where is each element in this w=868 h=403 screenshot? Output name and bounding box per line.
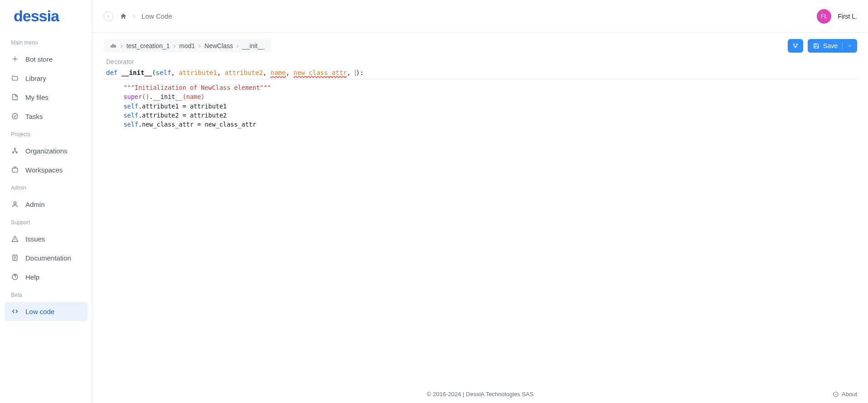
document-icon [11,254,19,262]
code-docstring: """Initialization of NewClass element""" [123,84,271,91]
arg-self: self [156,69,171,76]
warning-icon [11,235,19,243]
footer: © 2016-2024 | DessiA Technologies SAS Ab… [93,385,868,403]
sidebar-item-help[interactable]: Help [0,267,92,286]
sidebar-item-label: Low code [25,308,54,315]
sidebar-item-documentation[interactable]: Documentation [0,248,92,267]
sidebar-item-label: Organizations [25,147,68,155]
text-cursor [355,70,356,76]
arg-warn: new_class_attr [293,69,347,76]
breadcrumb-item[interactable]: __init__ [242,42,264,49]
sidebar-item-label: Admin [25,201,45,208]
svg-point-0 [15,59,16,60]
breadcrumb-item[interactable]: test_creation_1 [127,42,170,49]
chevron-right-icon [132,14,137,19]
sidebar-item-bot-store[interactable]: Bot store [0,49,92,69]
sidebar-item-organizations[interactable]: Organizations [0,141,92,160]
sidebar-item-issues[interactable]: Issues [0,229,92,248]
sidebar-item-admin[interactable]: Admin [0,195,92,214]
avatar[interactable]: FL [817,9,831,24]
svg-point-1 [12,113,18,119]
about-link[interactable]: About [833,391,857,398]
sidebar-section-projects: Projects [0,126,92,141]
svg-point-6 [14,202,16,204]
organization-icon [11,147,19,155]
svg-point-9 [793,44,794,44]
code-icon [11,307,19,315]
about-label: About [842,391,857,398]
header: Low Code FL First L. [93,0,868,33]
sidebar-item-label: Issues [25,235,45,243]
back-button[interactable] [103,11,113,21]
footer-copyright: © 2016-2024 | DessiA Technologies SAS [427,391,533,398]
sidebar-item-library[interactable]: Library [0,69,92,88]
user-icon [11,200,19,208]
chevron-down-icon [847,43,853,49]
code-token: super [123,93,142,100]
sidebar-item-my-files[interactable]: My files [0,88,92,107]
logo: dessia [0,7,92,34]
folder-icon [11,74,19,82]
toolbar: › test_creation_1 › mod1 › NewClass › __… [93,33,868,53]
sidebar-section-main: Main menu [0,34,92,49]
sidebar-item-label: My files [25,93,49,101]
code-token: (name) [182,93,205,100]
sidebar-section-support: Support [0,214,92,229]
sidebar-item-label: Library [25,74,46,82]
fork-button[interactable] [788,39,803,53]
chevron-right-icon: › [237,42,239,49]
code-token: self [123,103,138,110]
sidebar: dessia Main menu Bot store Library My fi… [0,0,93,403]
function-name: __init__ [122,69,152,76]
info-icon [833,391,839,398]
chevron-right-icon: › [121,42,123,49]
arg: attribute1 [179,69,217,76]
fork-icon [792,43,799,49]
home-icon[interactable] [120,13,127,20]
breadcrumb-item[interactable]: mod1 [179,42,195,49]
function-signature[interactable]: def __init__(self, attribute1, attribute… [103,67,857,79]
code-token: .attribute1 = attribute1 [138,103,227,110]
avatar-initials: FL [821,13,827,20]
code-token: self [123,112,138,119]
sidebar-section-beta: Beta [0,286,92,302]
sidebar-section-admin: Admin [0,179,92,195]
arg-warn: name [271,69,286,76]
save-button[interactable]: Save [808,39,857,53]
help-icon [11,273,19,281]
logo-text: dessia [14,7,59,25]
breadcrumb-current: Low Code [141,12,172,20]
code-token: .__init__ [149,93,182,100]
arg: attribute2 [224,69,263,76]
code-token: self [123,121,138,128]
code-editor[interactable]: """Initialization of NewClass element"""… [103,79,857,385]
editor: Decorator def __init__(self, attribute1,… [93,53,868,385]
chevron-right-icon: › [173,42,176,49]
sidebar-item-label: Help [25,273,39,281]
chevron-right-icon: › [199,42,201,49]
sidebar-item-low-code[interactable]: Low code [5,302,88,321]
svg-rect-5 [12,168,18,172]
briefcase-icon [11,166,19,174]
sidebar-item-label: Tasks [25,113,43,120]
sidebar-item-tasks[interactable]: Tasks [0,107,92,126]
path-breadcrumb: › test_creation_1 › mod1 › NewClass › __… [103,39,271,53]
code-token: .new_class_attr = new_class_attr [138,121,256,128]
keyword-def: def [106,69,117,76]
username: First L. [838,13,857,20]
check-circle-icon [11,112,19,120]
svg-point-2 [15,148,16,150]
svg-point-11 [795,47,796,48]
file-icon [11,93,19,101]
header-breadcrumb: Low Code [120,12,172,20]
sidebar-item-workspaces[interactable]: Workspaces [0,160,92,179]
decorator-label: Decorator [103,56,857,67]
breadcrumb-item[interactable]: NewClass [205,42,233,49]
save-icon [813,43,819,49]
sidebar-item-label: Workspaces [25,166,63,174]
bot-icon [11,55,19,63]
save-button-label: Save [823,42,838,49]
sidebar-item-label: Documentation [25,254,71,262]
cloud-icon [110,42,117,49]
sidebar-item-label: Bot store [25,55,53,63]
